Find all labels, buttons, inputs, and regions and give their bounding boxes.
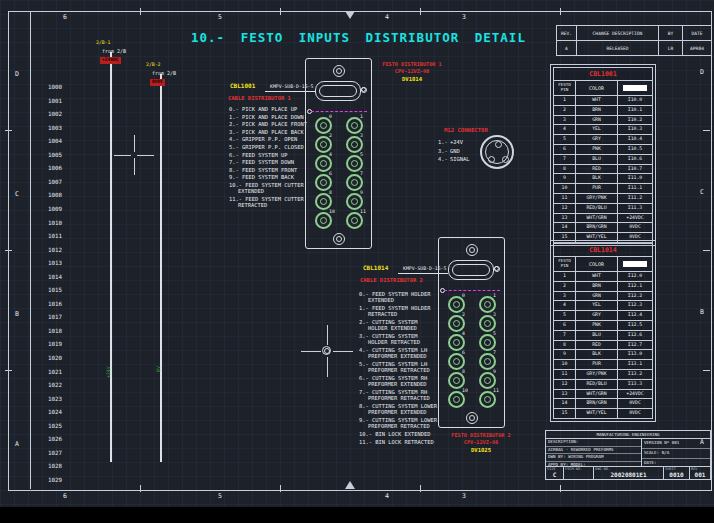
pin-cell-address: I12.6 xyxy=(618,331,652,340)
signal-item: 4.- GRIPPER P.P. OPEN xyxy=(229,136,313,142)
pin-table-col2-header: COLOR xyxy=(576,257,618,271)
crosshair-1 xyxy=(134,135,135,152)
wire-number: 1008 xyxy=(40,192,62,198)
frame-tick xyxy=(703,130,710,131)
bus-net-tag-2: 0VDC xyxy=(150,79,165,86)
pin-cell-pin: 10 xyxy=(554,184,576,193)
socket-pin-number: 0 xyxy=(462,293,465,298)
pin-cell-color: WHT/GRN xyxy=(576,214,618,223)
dwg-no-value: 20020801E1 xyxy=(595,471,662,479)
signal-item: 9.- CUTTING SYSTEM LOWER PREFORMER RETRA… xyxy=(359,417,443,430)
crosshair-2 xyxy=(301,351,321,352)
crosshair-1 xyxy=(134,158,135,175)
device-tag-1-line3: DV1014 xyxy=(372,75,452,83)
signal-item: 9.- FEED SYSTEM BACK xyxy=(229,174,313,180)
mounting-hole-icon xyxy=(333,65,345,77)
magenta-terminal-row xyxy=(311,111,367,112)
pin-cell-address: 0VDC xyxy=(618,409,652,418)
bus-ref-tag-2: 2/B-2 xyxy=(146,62,160,67)
frame-tick xyxy=(703,370,710,371)
pin-cell-address: I13.1 xyxy=(618,360,652,369)
pin-cell-color: RED/BLU xyxy=(576,380,618,389)
pin-cell-color: GRY/PNK xyxy=(576,370,618,379)
m12-pin-number: 1.- xyxy=(438,138,450,147)
top-center-arrow-icon xyxy=(345,11,355,19)
pin-cell-pin: 1 xyxy=(554,96,576,105)
pin-table-row: 6PNKI10.5 xyxy=(554,145,652,155)
pin-cell-address: I11.3 xyxy=(618,204,652,213)
frame-tick xyxy=(420,485,421,492)
rev-table-header-cell: DATE xyxy=(683,26,711,40)
pin-table-row: 13WHT/GRN+24VDC xyxy=(554,390,652,400)
cable-label-2: CBL1014 xyxy=(363,264,388,271)
pin-cell-color: PNK xyxy=(576,321,618,330)
signal-item: 1.- FEED SYSTEM HOLDER RETRACTED xyxy=(359,305,443,318)
signal-item: 6.- FEED SYSTEM UP xyxy=(229,152,313,158)
pin-table-row: 4YELI10.3 xyxy=(554,125,652,135)
rev-table-header-cell: CHANGE DESCRIPTION xyxy=(577,26,659,40)
wire-number: 1022 xyxy=(40,382,62,388)
socket-pin-number: 11 xyxy=(360,209,366,214)
signal-item: 5.- CUTTING SYSTEM LH PREFORMER RETRACTE… xyxy=(359,361,443,374)
mounting-hole-icon xyxy=(466,412,478,424)
frame-tick xyxy=(140,8,141,15)
pin-table-row: 12RED/BLUI13.3 xyxy=(554,380,652,390)
socket-pin-number: 7 xyxy=(360,171,363,176)
pin-cell-address: I10.4 xyxy=(618,135,652,144)
magenta-terminal-row xyxy=(444,290,500,291)
pin-cell-pin: 2 xyxy=(554,106,576,115)
pin-table-row: 10PURI11.1 xyxy=(554,184,652,194)
wire-number: 1016 xyxy=(40,301,62,307)
socket-pin-8 xyxy=(315,193,332,210)
pin-table-col1-header: FESTO PIN xyxy=(554,257,576,271)
socket-pin-11 xyxy=(479,391,496,408)
pin-table-row: 9BLKI13.0 xyxy=(554,350,652,360)
signal-item: 0.- PICK AND PLACE UP xyxy=(229,106,313,112)
pin-cell-color: YEL xyxy=(576,301,618,310)
frame-tick xyxy=(5,250,12,251)
fscm-label: FSCM NO. xyxy=(565,467,592,471)
pin-cell-color: GRN xyxy=(576,292,618,301)
pin-cell-color: WHT xyxy=(576,96,618,105)
rev-table-header-cell: REV. xyxy=(557,26,577,40)
socket-pin-8 xyxy=(448,372,465,389)
zone-number-top: 3 xyxy=(462,13,466,21)
pin-cell-color: BLK xyxy=(576,350,618,359)
wire-number: 1006 xyxy=(40,165,62,171)
zone-number-top: 5 xyxy=(218,13,222,21)
pin-cell-color: PUR xyxy=(576,360,618,369)
pin-table-row: 2BRNI12.1 xyxy=(554,282,652,292)
pin-cell-pin: 5 xyxy=(554,311,576,320)
pin-table-row: 5GRYI10.4 xyxy=(554,135,652,145)
socket-pin-number: 2 xyxy=(329,133,332,138)
pin-table-header: FESTO PINCOLOR xyxy=(554,81,652,96)
signal-item: 2.- CUTTING SYSTEM HOLDER EXTENDED xyxy=(359,319,443,332)
wire-number: 1025 xyxy=(40,423,62,429)
pin-cell-color: BRN/GRN xyxy=(576,399,618,408)
bus-ref-tag-1: 2/B-1 xyxy=(96,40,110,45)
signal-item: 8.- FEED SYSTEM FRONT xyxy=(229,167,313,173)
m12-pin-row: 1.-+24V xyxy=(438,138,469,147)
pin-cell-color: PNK xyxy=(576,145,618,154)
m12-connector-icon xyxy=(480,135,514,169)
socket-pin-9 xyxy=(479,372,496,389)
cad-drawing-canvas[interactable]: 66554433DDCCBBAA 10.- FESTO INPUTS DISTR… xyxy=(0,0,714,523)
m12-pin-signal: GND xyxy=(450,147,460,156)
zone-number-bottom: 6 xyxy=(63,492,67,500)
pin-table-row: 11GRY/PNKI13.2 xyxy=(554,370,652,380)
frame-tick xyxy=(5,370,12,371)
wire-number: 1021 xyxy=(40,369,62,375)
wire-number: 1007 xyxy=(40,179,62,185)
wire-number: 1026 xyxy=(40,436,62,442)
pin-cell-address: I12.2 xyxy=(618,292,652,301)
frame-tick xyxy=(560,8,561,15)
pin-cell-address: I12.0 xyxy=(618,272,652,281)
socket-pin-7 xyxy=(479,353,496,370)
pin-table-row: 8REDI10.7 xyxy=(554,165,652,175)
rev-table-cell: RELEASED xyxy=(577,41,659,55)
pin-cell-pin: 14 xyxy=(554,223,576,232)
pin-cell-pin: 6 xyxy=(554,321,576,330)
frame-tick xyxy=(280,8,281,15)
socket-pin-number: 4 xyxy=(462,331,465,336)
pin-cell-pin: 4 xyxy=(554,125,576,134)
